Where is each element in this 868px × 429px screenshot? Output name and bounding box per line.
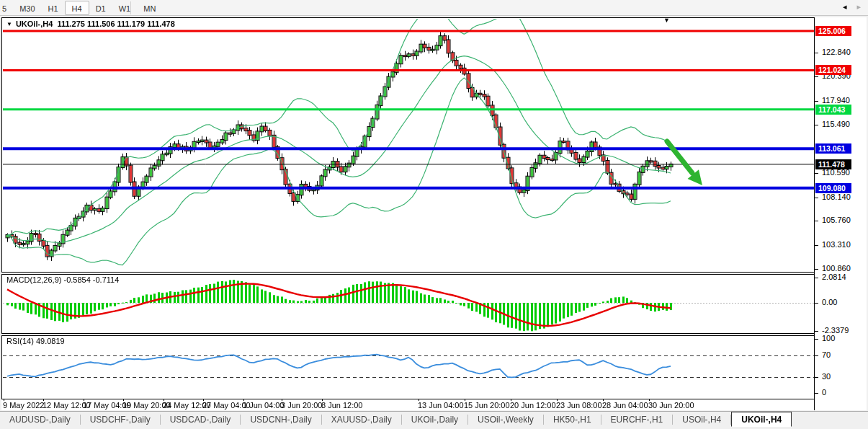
scale-tick	[815, 303, 818, 304]
time-axis[interactable]: 9 May 202212 May 12:0017 May 04:0019 May…	[1, 399, 814, 410]
macd-indicator-label: MACD(12,26,9) -0.5854 -0.7114	[6, 275, 119, 284]
scale-tick	[815, 198, 818, 198]
scale-tick	[815, 76, 818, 77]
scale-tick	[815, 101, 818, 102]
timeframe-button-5[interactable]: 5	[0, 1, 13, 16]
price-scale-label: 108.140	[822, 193, 851, 201]
price-chart-canvas[interactable]	[3, 19, 814, 399]
macd-scale-label: 2.0814	[822, 273, 846, 281]
symbol-tab-usoil-weekly[interactable]: USOil-,Weekly	[468, 412, 543, 427]
scale-tick	[815, 331, 818, 332]
chart-symbol-label: UKOil-,H4	[16, 19, 53, 28]
time-axis-label: 20 Jun 12:00	[510, 401, 556, 410]
macd-scale-label: 0.00	[822, 298, 837, 306]
price-scale-label: 100.860	[822, 264, 851, 273]
level-price-badge: 113.061	[815, 143, 851, 154]
symbol-tab-ukoil-daily[interactable]: UKOil-,Daily	[402, 412, 467, 427]
time-axis-label: 30 Jun 20:00	[648, 401, 694, 410]
price-scale-label: 117.940	[822, 96, 850, 105]
symbol-tab-usdcnh-daily[interactable]: USDCNH-,Daily	[241, 412, 321, 427]
symbol-tab-xauusd-daily[interactable]: XAUUSD-,Daily	[322, 412, 401, 427]
time-axis-label: 13 Jun 04:00	[418, 401, 464, 410]
scale-tick	[815, 269, 818, 270]
current-price-badge: 111.478	[815, 159, 851, 169]
scale-tick	[815, 355, 818, 356]
timeframe-button-mn[interactable]: MN	[137, 1, 162, 16]
toolbar-separator	[130, 1, 131, 14]
time-axis-label: 9 May 2022	[3, 401, 44, 410]
timeframe-button-d1[interactable]: D1	[89, 1, 112, 16]
level-price-badge: 109.080	[815, 183, 851, 193]
price-scale[interactable]: 122.840120.390117.940115.490110.590108.1…	[815, 17, 867, 410]
level-price-badge: 121.024	[815, 65, 851, 75]
timeframe-button-h4[interactable]: H4	[65, 1, 89, 15]
chart-title: ▼UKOil-,H4 111.275 111.506 111.179 111.4…	[6, 19, 175, 28]
chart-ohlc-values: 111.275 111.506 111.179 111.478	[57, 19, 174, 28]
timeframe-button-h1[interactable]: H1	[42, 1, 65, 16]
trading-app-window: 5M30H1H4D1W1MN ▼UKOil-,H4 111.275 111.50…	[0, 0, 868, 429]
price-scale-label: 115.490	[822, 120, 850, 128]
timeframe-button-w1[interactable]: W1	[112, 1, 138, 16]
scale-tick	[815, 221, 818, 221]
symbol-tab-ukoil-h4[interactable]: UKOil-,H4	[731, 412, 792, 427]
scale-tick	[815, 393, 818, 394]
scale-tick	[815, 53, 818, 53]
symbol-tab-eurchf-h1[interactable]: EURCHF-,H1	[601, 412, 673, 427]
time-axis-label: 23 Jun 08:00	[556, 401, 602, 410]
time-axis-label: 3 Jun 20:00	[281, 401, 323, 410]
price-scale-label: 122.840	[822, 48, 851, 56]
scale-tick	[815, 125, 818, 125]
chart-dropdown-icon[interactable]: ▼	[6, 21, 12, 27]
scale-tick	[815, 339, 818, 340]
timeframe-toolbar: 5M30H1H4D1W1MN	[0, 0, 868, 16]
level-price-badge: 125.006	[815, 26, 851, 36]
symbol-tab-bar: AUDUSD-,DailyUSDCHF-,DailyUSDCAD-,DailyU…	[0, 411, 868, 427]
scale-tick	[815, 278, 818, 278]
tab-scroll-right-icon[interactable]: ▸	[856, 2, 861, 11]
scale-tick	[815, 173, 818, 174]
symbol-tab-hk50-h1[interactable]: HK50-,H1	[544, 412, 601, 427]
rsi-scale-label: 0	[822, 388, 826, 397]
scale-tick	[815, 245, 818, 246]
time-axis-label: 28 Jun 04:00	[602, 401, 648, 410]
rsi-indicator-label: RSI(14) 49.0819	[6, 337, 65, 345]
scroll-to-end-marker-icon[interactable]: ▼	[663, 17, 670, 24]
price-scale-label: 103.310	[822, 240, 851, 249]
time-axis-label: 8 Jun 12:00	[321, 401, 363, 410]
panel-separator	[1, 272, 814, 275]
symbol-tab-usoil-h4[interactable]: USOil-,H4	[673, 412, 730, 427]
price-scale-label: 105.760	[822, 216, 851, 224]
scale-tick	[815, 377, 818, 378]
symbol-tab-usdcad-daily[interactable]: USDCAD-,Daily	[161, 412, 241, 427]
symbol-tab-audusd-daily[interactable]: AUDUSD-,Daily	[0, 412, 80, 427]
time-axis-label: 1 Jun 04:00	[243, 401, 285, 410]
timeframe-button-m30[interactable]: M30	[13, 1, 41, 16]
rsi-scale-label: 30	[822, 372, 831, 381]
panel-separator	[1, 333, 814, 336]
rsi-scale-label: 70	[822, 350, 831, 359]
tab-scroll-left-icon[interactable]: ◂	[843, 2, 847, 11]
tab-scroll-arrows: ◂▸	[843, 2, 861, 12]
time-axis-label: 15 Jun 20:00	[464, 401, 510, 410]
rsi-scale-label: 100	[822, 334, 835, 342]
level-price-badge: 117.043	[815, 105, 851, 115]
symbol-tab-usdchf-daily[interactable]: USDCHF-,Daily	[81, 412, 160, 427]
